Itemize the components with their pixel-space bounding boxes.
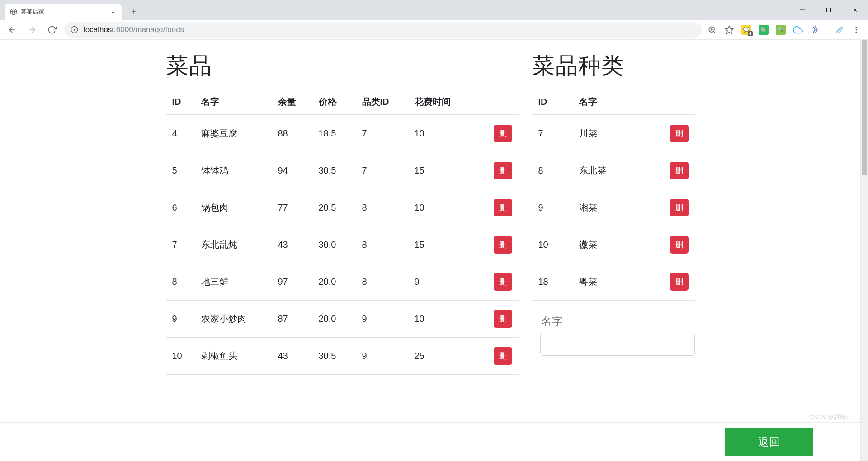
cell-cat: 9 [358, 301, 410, 338]
delete-food-button[interactable]: 删 [494, 162, 512, 179]
cell-stock: 43 [274, 226, 314, 263]
col-cat: 品类ID [358, 89, 410, 115]
browser-tab[interactable]: 某某店家 [5, 4, 122, 20]
cell-id: 7 [166, 226, 197, 263]
bookmark-star-icon[interactable] [724, 24, 735, 35]
cell-name: 麻婆豆腐 [197, 115, 274, 152]
cell-time: 10 [410, 115, 482, 152]
browser-toolbar: localhost:8000/manage/foods 💬4 🐘 🔍 [0, 20, 868, 40]
extension-yellow-icon[interactable]: 💬4 [741, 24, 752, 35]
back-button[interactable] [5, 22, 20, 38]
cell-name: 东北菜 [575, 152, 663, 189]
cell-id: 8 [532, 152, 575, 189]
cell-cat: 8 [358, 263, 410, 301]
reload-button[interactable] [44, 22, 60, 38]
table-row: 18粤菜删 [532, 263, 695, 301]
cell-id: 18 [532, 263, 575, 301]
cell-cat: 7 [358, 152, 410, 189]
delete-category-button[interactable]: 删 [670, 125, 689, 142]
cell-stock: 94 [274, 152, 314, 189]
svg-point-4 [856, 27, 857, 28]
form-label-name: 名字 [532, 314, 695, 334]
kebab-menu-icon[interactable] [851, 24, 862, 35]
cell-time: 15 [410, 152, 482, 189]
minimize-button[interactable] [789, 0, 816, 20]
url-path: :8000/manage/foods [114, 25, 184, 34]
delete-category-button[interactable]: 删 [670, 162, 689, 179]
tab-bar: 某某店家 [0, 0, 868, 20]
back-page-button[interactable]: 返回 [725, 428, 813, 456]
maximize-button[interactable] [816, 0, 842, 20]
delete-food-button[interactable]: 删 [494, 236, 512, 254]
cell-price: 30.5 [314, 338, 358, 375]
url-host: localhost [84, 25, 114, 34]
site-info-icon[interactable] [71, 26, 78, 33]
scrollbar-thumb[interactable] [862, 40, 867, 175]
cell-id: 6 [166, 189, 197, 226]
svg-rect-1 [827, 8, 831, 12]
scrollbar[interactable] [860, 40, 868, 461]
browser-window: 某某店家 localhost:8000/manage/foods 💬 [0, 0, 868, 461]
address-bar[interactable]: localhost:8000/manage/foods [64, 22, 702, 38]
delete-food-button[interactable]: 删 [494, 347, 512, 365]
globe-icon [10, 8, 17, 15]
table-row: 4麻婆豆腐8818.5710删 [166, 115, 519, 152]
delete-food-button[interactable]: 删 [494, 310, 512, 328]
new-tab-button[interactable] [127, 5, 141, 19]
table-row: 10剁椒鱼头4330.5925删 [166, 338, 519, 375]
svg-point-6 [856, 31, 857, 33]
cell-cat: 7 [358, 115, 410, 152]
cell-id: 7 [532, 115, 575, 152]
col-name: 名字 [197, 89, 274, 115]
col-stock: 余量 [274, 89, 314, 115]
col-cat-id: ID [532, 89, 575, 115]
col-price: 价格 [314, 89, 358, 115]
cell-price: 30.5 [314, 152, 358, 189]
window-controls [789, 0, 868, 20]
table-row: 8东北菜删 [532, 152, 695, 189]
forward-button[interactable] [24, 22, 40, 38]
cell-time: 10 [410, 189, 482, 226]
delete-food-button[interactable]: 删 [494, 199, 512, 216]
cell-cat: 9 [358, 338, 410, 375]
table-row: 10徽菜删 [532, 226, 695, 263]
toolbar-divider [827, 25, 827, 35]
bottom-bar: 返回 [0, 422, 860, 461]
delete-food-button[interactable]: 删 [494, 125, 512, 142]
categories-header-row: ID 名字 [532, 89, 695, 115]
close-window-button[interactable] [842, 0, 868, 20]
table-row: 7东北乱炖4330.0815删 [166, 226, 519, 263]
cell-stock: 87 [274, 301, 314, 338]
delete-category-button[interactable]: 删 [670, 236, 689, 254]
page-viewport: 菜品 ID 名字 余量 价格 品类ID 花费时间 [0, 40, 868, 461]
cell-price: 20.0 [314, 263, 358, 301]
delete-category-button[interactable]: 删 [670, 199, 689, 216]
extension-green-icon[interactable]: 🔍 [775, 24, 786, 35]
add-category-form: 名字 [532, 301, 695, 356]
extension-feather-icon[interactable] [834, 24, 844, 35]
cell-name: 锅包肉 [197, 189, 274, 226]
close-icon[interactable] [109, 8, 117, 15]
cell-name: 剁椒鱼头 [197, 338, 274, 375]
cell-name: 地三鲜 [197, 263, 274, 301]
delete-category-button[interactable]: 删 [670, 273, 689, 291]
col-time: 花费时间 [410, 89, 482, 115]
toolbar-right: 💬4 🐘 🔍 [707, 24, 863, 35]
extension-cloud-icon[interactable] [793, 24, 803, 35]
cell-cat: 8 [358, 226, 410, 263]
cell-time: 10 [410, 301, 482, 338]
cell-name: 湘菜 [575, 189, 663, 226]
extension-evernote-icon[interactable]: 🐘 [758, 24, 769, 35]
cell-id: 10 [166, 338, 197, 375]
cell-id: 8 [166, 263, 197, 301]
watermark-text: CSDN @甜辣uu [809, 413, 852, 421]
foods-table: ID 名字 余量 价格 品类ID 花费时间 4麻婆豆腐8818.5710删5钵钵… [166, 89, 519, 375]
zoom-icon[interactable] [707, 24, 717, 35]
category-name-input[interactable] [540, 334, 695, 356]
cell-price: 20.5 [314, 189, 358, 226]
cell-id: 5 [166, 152, 197, 189]
delete-food-button[interactable]: 删 [494, 273, 512, 291]
table-row: 7川菜删 [532, 115, 695, 152]
foods-section: 菜品 ID 名字 余量 价格 品类ID 花费时间 [166, 49, 519, 375]
extension-blue-icon[interactable] [810, 24, 821, 35]
